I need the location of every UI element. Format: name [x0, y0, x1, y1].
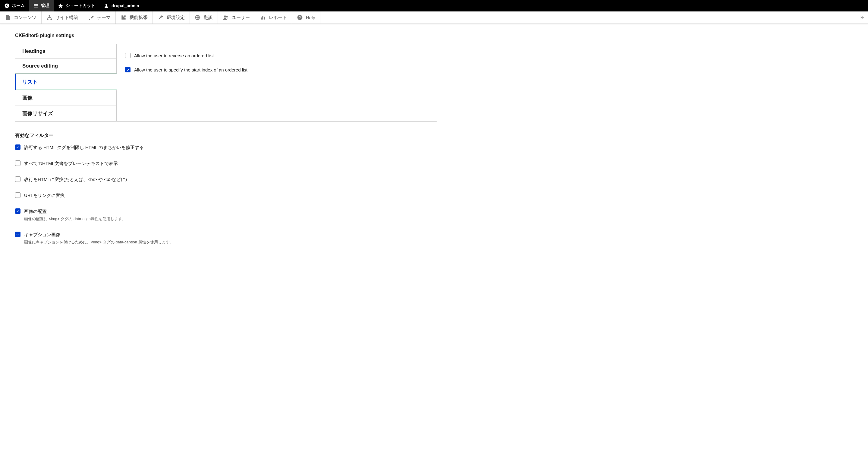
star-icon: [58, 3, 63, 8]
plugin-settings-heading: CKEditor5 plugin settings: [15, 33, 437, 38]
admin-translate[interactable]: 翻訳: [190, 11, 218, 24]
collapse-icon: [859, 15, 865, 21]
admin-structure-label: サイト構築: [56, 15, 78, 21]
toolbar-user-label: drupal_admin: [112, 3, 139, 8]
admin-extend[interactable]: 機能拡張: [116, 11, 153, 24]
admin-structure[interactable]: サイト構築: [41, 11, 83, 24]
svg-rect-9: [262, 16, 263, 20]
checkbox-limit-html[interactable]: [15, 144, 21, 150]
filter-linebreak-label: 改行をHTMLに変換(たとえば、<br> や <p>などに): [24, 176, 127, 182]
brush-icon: [88, 15, 94, 21]
filter-image-caption-label: キャプション画像: [24, 231, 174, 238]
admin-help-label: Help: [306, 15, 315, 20]
checkbox-row-start-index: Allow the user to specify the start inde…: [125, 67, 428, 73]
file-icon: [5, 15, 11, 21]
checkbox-start-index-label: Allow the user to specify the start inde…: [134, 67, 247, 73]
checkbox-image-caption[interactable]: [15, 232, 21, 237]
toolbar-top: ホーム 管理 ショートカット drupal_admin: [0, 0, 868, 11]
svg-rect-8: [261, 18, 261, 20]
admin-appearance[interactable]: テーマ: [83, 11, 116, 24]
admin-reports[interactable]: レポート: [255, 11, 292, 24]
checkbox-image-align[interactable]: [15, 208, 21, 214]
checkbox-linebreak[interactable]: [15, 176, 21, 182]
admin-content[interactable]: コンテンツ: [0, 11, 41, 24]
filter-row-plaintext: すべてのHTML文書をプレーンテキストで表示: [15, 160, 437, 167]
globe-icon: [195, 15, 201, 21]
admin-appearance-label: テーマ: [97, 15, 111, 21]
toolbar-shortcuts-label: ショートカット: [66, 3, 95, 8]
bar-chart-icon: [260, 15, 266, 21]
help-icon: ?: [297, 15, 303, 21]
puzzle-icon: [121, 15, 127, 21]
admin-config[interactable]: 環境設定: [153, 11, 190, 24]
plugin-settings: Headings Source editing リスト 画像 画像リサイズ Al…: [15, 44, 437, 121]
svg-point-3: [47, 19, 49, 20]
admin-help[interactable]: ? Help: [292, 11, 320, 24]
checkbox-plaintext[interactable]: [15, 161, 21, 166]
checkbox-url-link[interactable]: [15, 192, 21, 198]
filter-row-linebreak: 改行をHTMLに変換(たとえば、<br> や <p>などに): [15, 176, 437, 182]
hierarchy-icon: [46, 15, 53, 21]
admin-config-label: 環境設定: [167, 15, 185, 21]
admin-extend-label: 機能拡張: [130, 15, 148, 21]
user-icon: [104, 3, 109, 8]
toolbar-user[interactable]: drupal_admin: [99, 0, 144, 11]
filters-list: 許可する HTML タグを制限し HTML のまちがいを修正する すべてのHTM…: [15, 144, 437, 245]
svg-rect-10: [264, 17, 265, 20]
filter-limit-html-label: 許可する HTML タグを制限し HTML のまちがいを修正する: [24, 144, 144, 150]
svg-text:?: ?: [299, 16, 301, 19]
checkbox-reverse[interactable]: [125, 53, 130, 58]
filter-row-limit-html: 許可する HTML タグを制限し HTML のまちがいを修正する: [15, 144, 437, 150]
checkbox-start-index[interactable]: [125, 67, 130, 73]
filter-row-image-align: 画像の配置 画像の配置に <img> タグの data-align属性を使用しま…: [15, 208, 437, 222]
vtab-pane-list: Allow the user to reverse an ordered lis…: [116, 44, 437, 121]
admin-people[interactable]: ユーザー: [218, 11, 255, 24]
filter-url-link-label: URLをリンクに変換: [24, 192, 65, 198]
filter-image-align-label: 画像の配置: [24, 208, 126, 215]
toolbar-home-label: ホーム: [12, 3, 25, 8]
filter-row-image-caption: キャプション画像 画像にキャプションを付けるために、<img> タグの data…: [15, 231, 437, 245]
checkbox-reverse-label: Allow the user to reverse an ordered lis…: [134, 53, 214, 59]
toolbar-home[interactable]: ホーム: [0, 0, 29, 11]
filter-image-align-desc: 画像の配置に <img> タグの data-align属性を使用します。: [24, 216, 126, 222]
svg-point-6: [224, 16, 226, 18]
svg-point-0: [5, 4, 9, 8]
filter-row-url-link: URLをリンクに変換: [15, 192, 437, 198]
vtab-list[interactable]: リスト: [15, 74, 117, 90]
svg-point-2: [49, 15, 50, 17]
vtab-headings[interactable]: Headings: [15, 44, 117, 59]
admin-people-label: ユーザー: [232, 15, 250, 21]
vtab-source-editing[interactable]: Source editing: [15, 59, 117, 74]
main-content: CKEditor5 plugin settings Headings Sourc…: [0, 24, 452, 266]
admin-reports-label: レポート: [269, 15, 287, 21]
filter-plaintext-label: すべてのHTML文書をプレーンテキストで表示: [24, 160, 118, 167]
toolbar-admin: コンテンツ サイト構築 テーマ 機能拡張 環境設定 翻訳 ユーザー: [0, 11, 868, 24]
toolbar-shortcuts[interactable]: ショートカット: [54, 0, 99, 11]
toolbar-manage[interactable]: 管理: [29, 0, 54, 11]
wrench-icon: [158, 15, 164, 21]
hamburger-icon: [33, 3, 38, 8]
admin-content-label: コンテンツ: [14, 15, 36, 21]
vtab-image[interactable]: 画像: [15, 90, 117, 106]
admin-translate-label: 翻訳: [204, 15, 213, 21]
svg-point-4: [50, 19, 52, 20]
vtab-image-resize[interactable]: 画像リサイズ: [15, 106, 117, 121]
spacer: [320, 11, 856, 24]
filters-heading: 有効なフィルター: [15, 133, 437, 139]
back-arrow-icon: [4, 3, 10, 8]
toolbar-manage-label: 管理: [41, 3, 50, 8]
vertical-tabs: Headings Source editing リスト 画像 画像リサイズ: [15, 44, 117, 121]
people-icon: [223, 15, 229, 21]
svg-point-1: [105, 4, 107, 6]
filter-image-caption-desc: 画像にキャプションを付けるために、<img> タグの data-caption …: [24, 239, 174, 245]
admin-collapse[interactable]: [856, 11, 868, 24]
svg-point-7: [226, 16, 228, 18]
checkbox-row-reverse: Allow the user to reverse an ordered lis…: [125, 53, 428, 59]
